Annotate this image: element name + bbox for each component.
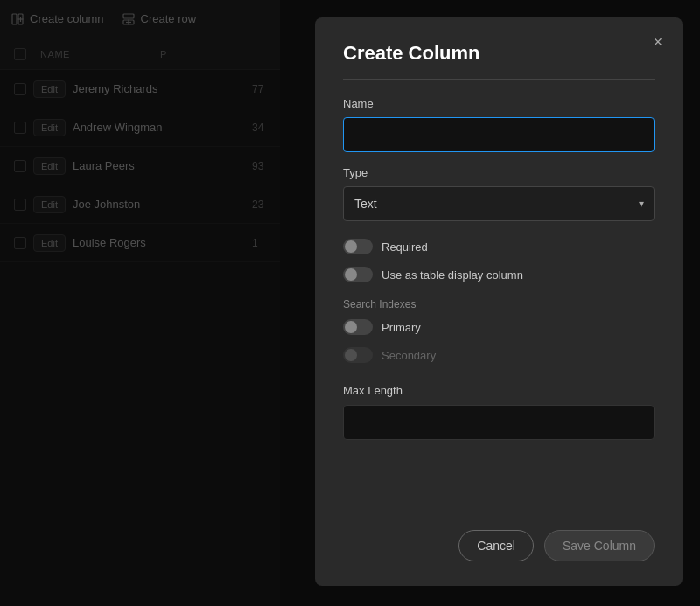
primary-label: Primary [382, 321, 421, 334]
max-length-section: Max Length [343, 382, 654, 440]
save-column-button[interactable]: Save Column [544, 530, 654, 561]
primary-toggle-row: Primary [343, 319, 654, 335]
display-column-label: Use as table display column [382, 268, 523, 282]
display-column-toggle-row: Use as table display column [343, 267, 654, 282]
secondary-toggle[interactable] [343, 347, 373, 363]
name-input[interactable] [343, 117, 654, 152]
toggle-knob [345, 321, 357, 333]
toggle-knob [345, 240, 357, 253]
name-field-label: Name [343, 97, 654, 110]
required-toggle[interactable] [343, 239, 373, 254]
modal-divider [343, 79, 654, 80]
display-column-toggle[interactable] [343, 267, 373, 282]
secondary-label: Secondary [382, 349, 436, 362]
primary-toggle[interactable] [343, 319, 373, 335]
secondary-toggle-row: Secondary [343, 347, 654, 363]
create-column-modal: × Create Column Name Type Text Number Bo… [315, 17, 682, 586]
type-select[interactable]: Text Number Boolean Date Relationship [343, 186, 654, 221]
required-toggle-row: Required [343, 239, 654, 254]
required-label: Required [382, 240, 428, 254]
search-indexes-label: Search Indexes [343, 298, 654, 310]
toggle-knob [345, 268, 357, 281]
max-length-label: Max Length [343, 384, 402, 397]
type-select-wrapper: Text Number Boolean Date Relationship ▾ [343, 186, 654, 221]
type-field-label: Type [343, 166, 654, 179]
toggle-knob [345, 349, 357, 361]
modal-footer: Cancel Save Column [343, 509, 654, 561]
max-length-input[interactable] [343, 405, 654, 440]
close-button[interactable]: × [648, 31, 668, 52]
cancel-button[interactable]: Cancel [458, 530, 534, 561]
modal-title: Create Column [343, 42, 654, 65]
